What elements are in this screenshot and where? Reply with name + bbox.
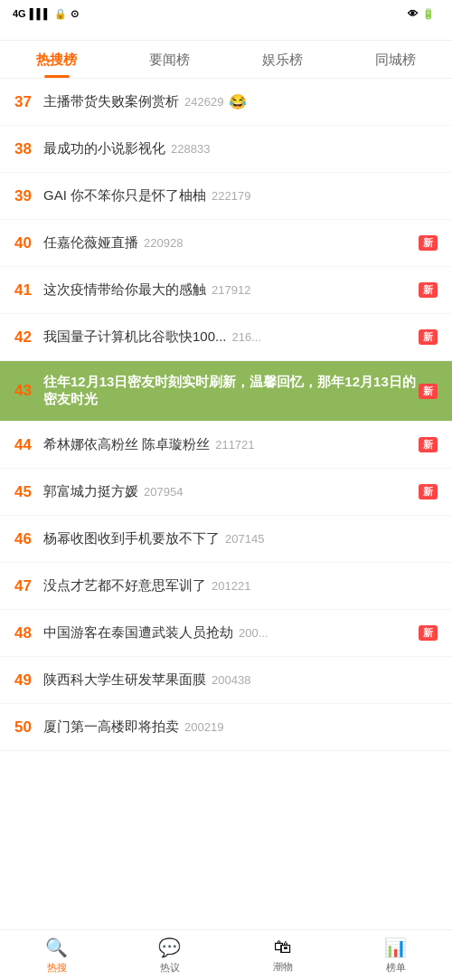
item-content: 陕西科大学生研发苹果面膜200438: [43, 671, 438, 689]
item-title: 往年12月13日密友时刻实时刷新，温馨回忆，那年12月13日的密友时光: [43, 374, 419, 408]
item-rank: 39: [14, 187, 43, 205]
signal-bars: ▌▌▌: [30, 8, 51, 19]
item-count: 200438: [212, 673, 250, 687]
bottom-tab-label: 热搜: [47, 961, 67, 975]
item-rank: 46: [14, 530, 43, 548]
list-item[interactable]: 49陕西科大学生研发苹果面膜200438: [0, 657, 452, 704]
item-title: 希林娜依高粉丝 陈卓璇粉丝: [43, 436, 210, 453]
battery-icon: 🔋: [422, 8, 435, 20]
tab-local[interactable]: 同城榜: [339, 41, 452, 78]
trending-list: 37主播带货失败案例赏析242629😂38最成功的小说影视化22883339GA…: [0, 79, 452, 751]
new-badge: 新: [419, 625, 438, 641]
item-count: 207954: [144, 485, 183, 499]
status-right: 👁 🔋: [408, 8, 439, 20]
item-title: 杨幂收图收到手机要放不下了: [43, 530, 220, 547]
item-count: 201221: [212, 579, 250, 593]
list-item[interactable]: 39GAI 你不笨你只是怀了柚柚222179: [0, 173, 452, 220]
item-rank: 45: [14, 483, 43, 501]
list-item[interactable]: 40任嘉伦薇娅直播220928新: [0, 220, 452, 267]
new-badge: 新: [419, 437, 438, 452]
eye-icon: 👁: [408, 8, 418, 19]
item-count: 217912: [212, 283, 250, 297]
item-title: 这次疫情带给你最大的感触: [43, 281, 206, 299]
item-title: 陕西科大学生研发苹果面膜: [43, 671, 206, 689]
item-rank: 40: [14, 234, 43, 252]
wifi-icon: 🔒: [54, 8, 67, 20]
status-bar: 4G ▌▌▌ 🔒 ⊙ 👁 🔋: [0, 0, 452, 25]
item-content: 厦门第一高楼即将拍卖200219: [43, 718, 438, 736]
bottom-tab-icon: 💬: [158, 937, 181, 958]
item-rank: 47: [14, 577, 43, 595]
item-rank: 42: [14, 328, 43, 347]
item-content: 任嘉伦薇娅直播220928: [43, 234, 419, 252]
tab-entertainment[interactable]: 娱乐榜: [226, 41, 339, 78]
item-emoji: 😂: [229, 93, 247, 110]
network-icon: ⊙: [71, 8, 79, 20]
new-badge: 新: [419, 329, 438, 345]
item-rank: 41: [14, 281, 43, 300]
list-item[interactable]: 44希林娜依高粉丝 陈卓璇粉丝211721新: [0, 422, 452, 469]
item-content: 希林娜依高粉丝 陈卓璇粉丝211721: [43, 436, 419, 453]
bottom-tab-热搜[interactable]: 🔍热搜: [0, 930, 113, 980]
list-item[interactable]: 38最成功的小说影视化228833: [0, 126, 452, 173]
item-content: 最成功的小说影视化228833: [43, 140, 438, 157]
list-item[interactable]: 48中国游客在泰国遭武装人员抢劫200...新: [0, 610, 452, 657]
item-content: 杨幂收图收到手机要放不下了207145: [43, 530, 438, 547]
list-item[interactable]: 37主播带货失败案例赏析242629😂: [0, 79, 452, 126]
item-title: 最成功的小说影视化: [43, 140, 165, 157]
bottom-tab-icon: 🛍: [274, 937, 292, 957]
list-item[interactable]: 42我国量子计算机比谷歌快100...216...新: [0, 314, 452, 361]
item-count: 207145: [225, 532, 264, 546]
item-content: 我国量子计算机比谷歌快100...216...: [43, 328, 419, 346]
bottom-tab-潮物[interactable]: 🛍潮物: [226, 930, 339, 980]
bottom-tab-bar: 🔍热搜💬热议🛍潮物📊榜单: [0, 929, 452, 980]
bottom-tab-热议[interactable]: 💬热议: [113, 930, 226, 980]
item-title: 主播带货失败案例赏析: [43, 93, 179, 110]
list-item[interactable]: 50厦门第一高楼即将拍卖200219: [0, 704, 452, 751]
item-title: 厦门第一高楼即将拍卖: [43, 718, 179, 736]
item-rank: 50: [14, 718, 43, 737]
item-count: 228833: [171, 142, 210, 156]
item-title: 中国游客在泰国遭武装人员抢劫: [43, 624, 233, 642]
item-content: 没点才艺都不好意思军训了201221: [43, 577, 438, 595]
new-badge: 新: [419, 484, 438, 500]
item-count: 211721: [215, 438, 254, 452]
item-content: 郭富城力挺方媛207954: [43, 483, 419, 500]
item-title: 任嘉伦薇娅直播: [43, 234, 138, 252]
item-title: 没点才艺都不好意思军训了: [43, 577, 206, 595]
item-title: GAI 你不笨你只是怀了柚柚: [43, 187, 206, 205]
bottom-tab-label: 榜单: [386, 961, 406, 975]
new-badge: 新: [419, 384, 438, 399]
bottom-tab-label: 热议: [160, 961, 180, 975]
tab-news[interactable]: 要闻榜: [113, 41, 226, 78]
item-count: 216...: [232, 330, 262, 344]
item-count: 220928: [144, 236, 183, 250]
tab-hot-search[interactable]: 热搜榜: [0, 41, 113, 78]
list-item[interactable]: 46杨幂收图收到手机要放不下了207145: [0, 516, 452, 563]
list-item[interactable]: 43往年12月13日密友时刻实时刷新，温馨回忆，那年12月13日的密友时光新: [0, 361, 452, 422]
list-item[interactable]: 45郭富城力挺方媛207954新: [0, 469, 452, 516]
item-count: 200219: [184, 720, 223, 734]
item-count: 242629: [184, 95, 223, 109]
item-rank: 49: [14, 671, 43, 690]
item-rank: 44: [14, 436, 43, 454]
item-content: 中国游客在泰国遭武装人员抢劫200...: [43, 624, 419, 642]
bottom-tab-label: 潮物: [273, 960, 293, 974]
item-count: 222179: [212, 189, 250, 203]
bottom-tab-榜单[interactable]: 📊榜单: [339, 930, 452, 980]
item-content: 主播带货失败案例赏析242629😂: [43, 93, 438, 110]
item-title: 我国量子计算机比谷歌快100...: [43, 328, 227, 346]
item-rank: 37: [14, 93, 43, 111]
list-item[interactable]: 47没点才艺都不好意思军训了201221: [0, 563, 452, 610]
item-rank: 43: [14, 382, 43, 400]
tab-bar: 热搜榜 要闻榜 娱乐榜 同城榜: [0, 41, 452, 79]
signal-icon: 4G: [13, 8, 26, 19]
bottom-tab-icon: 🔍: [45, 937, 68, 958]
bottom-tab-icon: 📊: [384, 937, 407, 958]
item-content: 这次疫情带给你最大的感触217912: [43, 281, 419, 299]
item-rank: 38: [14, 140, 43, 158]
item-rank: 48: [14, 624, 43, 642]
list-item[interactable]: 41这次疫情带给你最大的感触217912新: [0, 267, 452, 314]
item-count: 200...: [239, 626, 268, 640]
top-nav: [0, 25, 452, 41]
